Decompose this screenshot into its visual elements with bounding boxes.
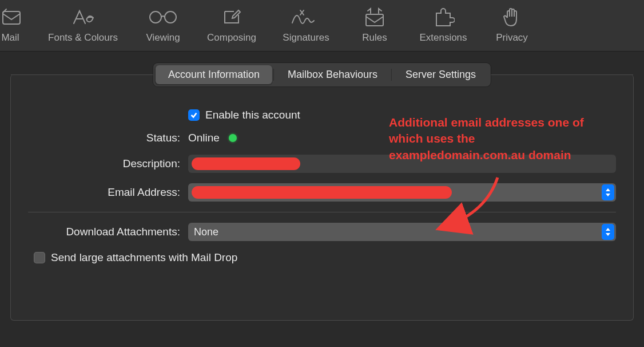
row-description: Description: [28,155,616,173]
toolbar-label: Rules [362,32,387,44]
description-label: Description: [28,157,188,170]
popup-stepper-icon [602,224,614,240]
row-enable: Enable this account [28,109,616,121]
email-label: Email Address: [28,186,188,199]
rules-icon [364,6,385,29]
toolbar-item-extensions[interactable]: Extensions [412,3,475,44]
account-panel: Account Information Mailbox Behaviours S… [10,74,634,321]
toolbar-label: Fonts & Colours [48,32,118,44]
status-indicator-icon [229,134,237,142]
enable-account-label: Enable this account [205,109,300,121]
fonts-icon [70,6,96,29]
account-panel-wrapper: Account Information Mailbox Behaviours S… [0,52,644,332]
popup-stepper-icon [602,184,614,200]
toolbar-item-fonts[interactable]: Fonts & Colours [40,3,126,44]
toolbar-label: Composing [207,32,256,44]
status-label: Status: [28,132,188,144]
row-maildrop: Send large attachments with Mail Drop [34,251,616,264]
toolbar-label: Viewing [146,32,180,44]
toolbar-item-mail[interactable]: Mail [0,3,29,44]
download-label: Download Attachments: [28,226,188,238]
toolbar-item-rules[interactable]: Rules [349,3,400,44]
section-divider [28,212,616,212]
email-address-popup[interactable] [188,183,616,202]
tab-account-information[interactable]: Account Information [156,65,272,84]
toolbar-item-signatures[interactable]: Signatures [275,3,337,44]
puzzle-icon [432,6,455,29]
download-attachments-popup[interactable]: None [188,223,616,241]
status-value: Online [188,132,220,144]
toolbar-label: Signatures [283,32,329,44]
tab-bar: Account Information Mailbox Behaviours S… [153,63,491,86]
mail-icon [2,6,21,29]
description-input[interactable] [188,155,616,173]
enable-account-checkbox[interactable] [188,109,200,121]
glasses-icon [148,6,178,29]
download-value: None [194,226,218,238]
svg-rect-3 [366,14,383,26]
redaction-bar [192,157,300,170]
svg-rect-0 [3,11,20,24]
row-download: Download Attachments: None [28,223,616,241]
svg-point-2 [165,11,176,23]
toolbar-label: Mail [1,32,19,44]
maildrop-checkbox[interactable] [34,252,45,263]
hand-icon [503,6,521,29]
row-status: Status: Online [28,132,616,144]
toolbar-label: Privacy [496,32,528,44]
compose-icon [221,6,242,29]
tab-server-settings[interactable]: Server Settings [393,65,488,84]
toolbar-item-composing[interactable]: Composing [200,3,263,44]
toolbar-item-viewing[interactable]: Viewing [137,3,189,44]
tab-mailbox-behaviours[interactable]: Mailbox Behaviours [275,65,390,84]
preferences-toolbar: Mail Fonts & Colours Viewing Composing S… [0,0,644,52]
toolbar-label: Extensions [419,32,467,44]
svg-point-1 [150,11,161,23]
signature-icon [290,6,322,29]
maildrop-label: Send large attachments with Mail Drop [51,251,237,264]
row-email: Email Address: [28,183,616,202]
toolbar-item-privacy[interactable]: Privacy [486,3,538,44]
redaction-bar [192,186,452,199]
